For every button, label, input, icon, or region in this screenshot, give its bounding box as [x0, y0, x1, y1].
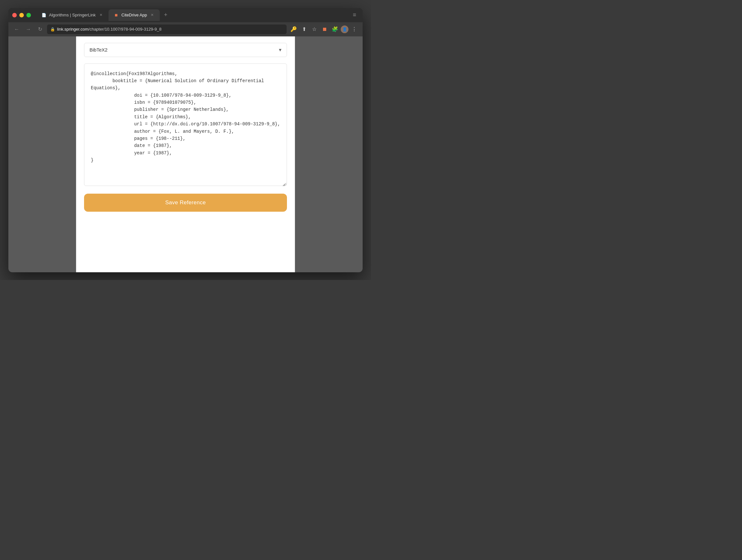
tab-favicon-citedrive: ⏹ — [114, 12, 119, 18]
content-area: BibTeX2 ▾ @incollection{Fox1987Algorithm… — [8, 37, 363, 272]
tab-label-citedrive: CiteDrive App — [121, 12, 147, 17]
star-icon[interactable]: ☆ — [310, 25, 319, 34]
save-reference-button[interactable]: Save Reference — [84, 194, 287, 212]
tab-close-citedrive[interactable]: ✕ — [149, 12, 155, 18]
traffic-lights — [12, 13, 31, 17]
new-tab-button[interactable]: + — [161, 11, 170, 20]
address-text: link.springer.com/chapter/10.1007/978-94… — [57, 27, 162, 32]
resize-handle[interactable]: ◢ — [282, 183, 286, 186]
tab-springerlink[interactable]: 📄 Algorithms | SpringerLink ✕ — [36, 9, 109, 21]
maximize-button[interactable] — [26, 13, 31, 17]
tab-favicon-springerlink: 📄 — [41, 12, 46, 18]
browser-window: 📄 Algorithms | SpringerLink ✕ ⏹ CiteDriv… — [8, 8, 363, 272]
reload-button[interactable]: ↻ — [36, 25, 44, 34]
address-domain: link.springer.com — [57, 27, 89, 32]
minimize-button[interactable] — [19, 13, 24, 17]
citedrive-extension-icon[interactable]: ⏹ — [320, 25, 329, 34]
bibtex-textarea[interactable]: @incollection{Fox1987Algorithms, booktit… — [84, 63, 287, 186]
address-bar[interactable]: 🔒 link.springer.com/chapter/10.1007/978-… — [47, 24, 286, 34]
format-dropdown-label: BibTeX2 — [90, 47, 108, 53]
user-avatar[interactable]: 👤 — [341, 26, 349, 33]
toolbar-icons: 🔑 ⬆ ☆ ⏹ 🧩 👤 ⋮ — [289, 25, 359, 34]
title-bar: 📄 Algorithms | SpringerLink ✕ ⏹ CiteDriv… — [8, 8, 363, 22]
tab-citedrive[interactable]: ⏹ CiteDrive App ✕ — [109, 9, 160, 21]
format-dropdown[interactable]: BibTeX2 ▾ — [84, 43, 287, 57]
window-menu-button[interactable]: ≡ — [350, 10, 359, 20]
close-button[interactable] — [12, 13, 17, 17]
bibtex-container: @incollection{Fox1987Algorithms, booktit… — [84, 63, 287, 187]
back-button[interactable]: ← — [12, 25, 21, 34]
nav-bar: ← → ↻ 🔒 link.springer.com/chapter/10.100… — [8, 22, 363, 37]
lock-icon: 🔒 — [50, 27, 55, 32]
more-options-icon[interactable]: ⋮ — [350, 25, 359, 34]
address-path: /chapter/10.1007/978-94-009-3129-9_8 — [89, 27, 162, 32]
key-icon[interactable]: 🔑 — [289, 25, 298, 34]
share-icon[interactable]: ⬆ — [300, 25, 309, 34]
tabs-bar: 📄 Algorithms | SpringerLink ✕ ⏹ CiteDriv… — [36, 9, 350, 21]
citedrive-popup: BibTeX2 ▾ @incollection{Fox1987Algorithm… — [76, 37, 295, 272]
format-dropdown-container: BibTeX2 ▾ — [84, 43, 287, 57]
extensions-icon[interactable]: 🧩 — [330, 25, 339, 34]
tab-close-springerlink[interactable]: ✕ — [98, 12, 103, 18]
chevron-down-icon: ▾ — [279, 47, 281, 53]
forward-button[interactable]: → — [24, 25, 33, 34]
tab-label-springerlink: Algorithms | SpringerLink — [49, 12, 96, 17]
